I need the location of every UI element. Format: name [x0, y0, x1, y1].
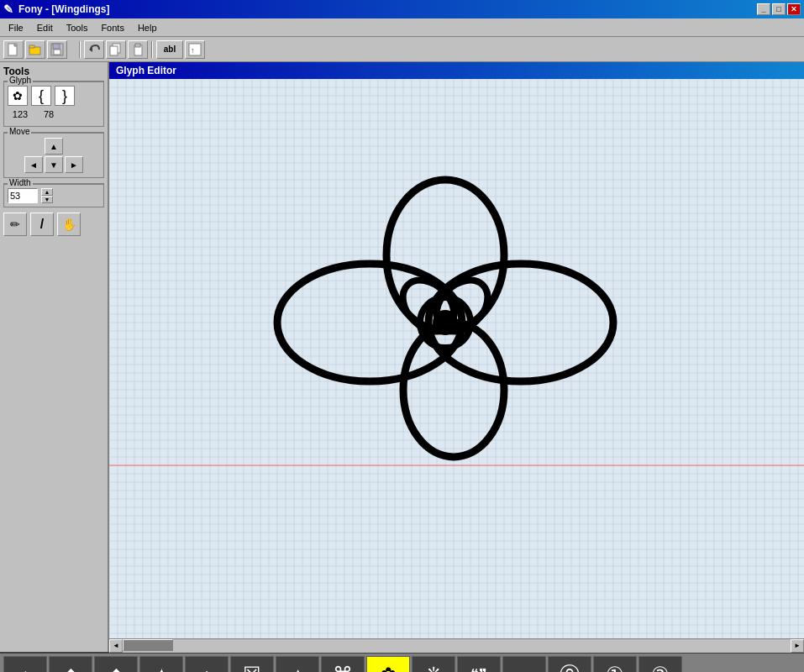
- minimize-button[interactable]: _: [757, 3, 770, 15]
- scroll-right-button[interactable]: ►: [791, 639, 804, 653]
- svg-text:↑: ↑: [191, 46, 195, 55]
- abl-button[interactable]: abl: [156, 40, 183, 59]
- menu-help[interactable]: Help: [131, 21, 164, 34]
- move-down-button[interactable]: ▼: [45, 156, 63, 173]
- title-bar-left: ✎ Fony - [Wingdings]: [3, 3, 110, 16]
- glyph-row: ✿ { }: [8, 86, 100, 106]
- move-controls: ▲ ◄ ▼ ►: [8, 137, 100, 174]
- hand-tool[interactable]: ✋: [57, 213, 81, 236]
- glyph-icon[interactable]: ✿: [8, 86, 28, 106]
- glyph-group-label: Glyph: [8, 76, 33, 85]
- glyph-numbers-row: 123 78: [8, 109, 100, 119]
- pencil-tool[interactable]: ✏: [3, 213, 27, 236]
- app-icon: ✎: [3, 3, 13, 16]
- horizontal-scrollbar[interactable]: ◄ ►: [109, 638, 804, 652]
- menu-file[interactable]: File: [2, 21, 30, 34]
- menu-fonts[interactable]: Fonts: [94, 21, 131, 34]
- svg-rect-3: [29, 45, 34, 48]
- symbol-circle-0[interactable]: ⓪: [548, 656, 591, 672]
- move-up-button[interactable]: ▲: [45, 138, 63, 155]
- menu-bar: File Edit Tools Fonts Help: [0, 18, 804, 37]
- symbol-circle-2[interactable]: ②: [638, 656, 682, 672]
- line-tool[interactable]: /: [30, 213, 54, 236]
- move-row-top: ▲: [45, 138, 63, 155]
- move-group-label: Move: [8, 127, 31, 136]
- app-title: Fony - [Wingdings]: [18, 3, 110, 15]
- symbol-quotes[interactable]: ❝❞: [457, 656, 501, 672]
- new-button[interactable]: [3, 40, 24, 59]
- paste-glyph-button[interactable]: [128, 40, 148, 59]
- symbol-flower-active[interactable]: ✿: [366, 656, 410, 672]
- copy-glyph-button[interactable]: [106, 40, 126, 59]
- glyph-num-decimal: 123: [8, 109, 33, 119]
- menu-edit[interactable]: Edit: [30, 21, 60, 34]
- symbol-x-box[interactable]: ☒: [230, 656, 274, 672]
- scroll-track[interactable]: [123, 639, 791, 653]
- width-control: ▲ ▼: [8, 188, 100, 203]
- move-left-button[interactable]: ◄: [24, 156, 43, 173]
- width-down-button[interactable]: ▼: [41, 196, 53, 203]
- symbol-diamond-2[interactable]: ◆: [49, 656, 92, 672]
- symbol-diamond-5[interactable]: ◆: [185, 656, 229, 672]
- import-button[interactable]: ↑: [185, 40, 205, 59]
- toolbar: abl ↑: [0, 37, 804, 62]
- glyph-group: Glyph ✿ { } 123 78: [3, 81, 104, 127]
- menu-tools[interactable]: Tools: [60, 21, 95, 34]
- spacer-btn: [69, 40, 76, 59]
- draw-tools: ✏ / ✋: [3, 213, 104, 236]
- title-bar: ✎ Fony - [Wingdings] _ □ ✕: [0, 0, 804, 18]
- svg-rect-6: [54, 50, 60, 55]
- svg-rect-11: [135, 44, 140, 47]
- glyph-brace-close[interactable]: }: [55, 86, 75, 106]
- width-spinner: ▲ ▼: [41, 188, 53, 203]
- separator-1: [79, 41, 81, 58]
- glyph-canvas[interactable]: [109, 79, 804, 638]
- symbol-small-diamond-1[interactable]: ◆: [3, 656, 47, 672]
- glyph-editor: Glyph Editor ◄ ►: [109, 62, 804, 652]
- width-group: Width ▲ ▼: [3, 183, 104, 207]
- open-button[interactable]: [25, 40, 45, 59]
- svg-rect-9: [110, 46, 118, 55]
- separator-2: [151, 41, 153, 58]
- width-group-label: Width: [8, 178, 33, 187]
- symbol-rectangle[interactable]: ▭: [502, 656, 546, 672]
- symbol-command[interactable]: ⌘: [321, 656, 365, 672]
- undo-button[interactable]: [84, 40, 104, 59]
- title-bar-controls: _ □ ✕: [757, 3, 801, 15]
- symbol-diamond-3[interactable]: ◆: [94, 656, 138, 672]
- maximize-button[interactable]: □: [772, 3, 786, 15]
- tools-panel: Tools Glyph ✿ { } 123 78 Move ▲ ◄: [0, 62, 109, 652]
- move-row-middle: ◄ ▼ ►: [24, 156, 83, 173]
- symbol-circle-1[interactable]: ①: [593, 656, 637, 672]
- close-button[interactable]: ✕: [787, 3, 801, 15]
- symbol-diamond-outline[interactable]: ✦: [139, 656, 183, 672]
- glyph-num-hex: 78: [36, 109, 61, 119]
- glyph-editor-title: Glyph Editor: [109, 62, 804, 79]
- width-up-button[interactable]: ▲: [41, 188, 53, 196]
- move-group: Move ▲ ◄ ▼ ►: [3, 132, 104, 178]
- scroll-left-button[interactable]: ◄: [109, 639, 123, 653]
- save-button[interactable]: [47, 40, 67, 59]
- move-right-button[interactable]: ►: [65, 156, 83, 173]
- symbol-bar: ◆ ◆ ◆ ✦ ◆ ☒ △ ⌘ ✿ ❊ ❝❞ ▭ ⓪ ① ②: [0, 652, 804, 672]
- glyph-brace-open[interactable]: {: [31, 86, 51, 106]
- main-area: Tools Glyph ✿ { } 123 78 Move ▲ ◄: [0, 62, 804, 652]
- symbol-snowflake[interactable]: ❊: [412, 656, 455, 672]
- symbol-mountain[interactable]: △: [276, 656, 319, 672]
- grid-area[interactable]: [109, 79, 804, 638]
- width-input[interactable]: [8, 188, 38, 203]
- svg-rect-5: [53, 44, 60, 49]
